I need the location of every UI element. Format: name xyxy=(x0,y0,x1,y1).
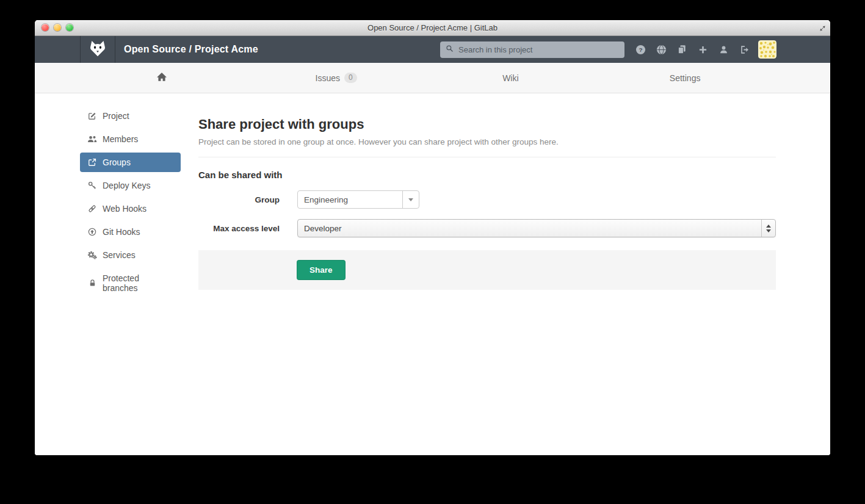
sidebar-item-protected-branches[interactable]: Protected branches xyxy=(80,268,181,298)
group-select[interactable]: Engineering xyxy=(297,190,419,209)
page-title: Share project with groups xyxy=(198,117,776,132)
sign-out-icon[interactable] xyxy=(739,44,750,55)
issues-count-badge: 0 xyxy=(344,73,357,83)
plus-icon[interactable] xyxy=(697,44,708,55)
sidebar-item-groups[interactable]: Groups xyxy=(80,153,181,172)
nav-item-home[interactable] xyxy=(74,63,249,93)
nav-wiki-label: Wiki xyxy=(502,73,518,83)
access-level-form-row: Max access level Developer xyxy=(198,219,776,237)
svg-text:?: ? xyxy=(639,46,642,53)
search-input[interactable] xyxy=(457,45,619,55)
group-form-row: Group Engineering xyxy=(198,190,776,209)
members-icon xyxy=(87,135,97,143)
app-header: Open Source / Project Acme ? xyxy=(35,36,830,63)
sidebar-item-label: Protected branches xyxy=(103,273,173,293)
header-project-title: Open Source / Project Acme xyxy=(124,44,258,55)
sidebar-item-project[interactable]: Project xyxy=(80,106,181,126)
fullscreen-icon[interactable] xyxy=(819,24,827,32)
main-panel: Share project with groups Project can be… xyxy=(198,93,776,455)
sidebar-item-label: Git Hooks xyxy=(103,227,140,237)
settings-sidebar: Project Members Groups Deploy Keys xyxy=(80,106,181,455)
share-button[interactable]: Share xyxy=(297,260,346,280)
share-square-icon xyxy=(87,158,97,167)
nav-item-settings[interactable]: Settings xyxy=(598,63,772,93)
chevron-down-icon xyxy=(408,198,413,201)
sidebar-item-label: Groups xyxy=(103,157,131,167)
arrow-circle-up-icon xyxy=(87,228,97,236)
sidebar-item-label: Project xyxy=(103,111,129,121)
nav-settings-label: Settings xyxy=(670,73,701,83)
sidebar-item-members[interactable]: Members xyxy=(80,129,181,149)
lock-icon xyxy=(87,279,97,287)
content-area: Project Members Groups Deploy Keys xyxy=(35,93,830,455)
search-icon xyxy=(446,44,454,55)
project-navbar: Issues 0 Wiki Settings xyxy=(35,63,830,93)
copy-icon[interactable] xyxy=(676,44,687,55)
link-icon xyxy=(87,204,97,213)
key-icon xyxy=(87,181,97,190)
max-access-level-select[interactable]: Developer xyxy=(297,219,776,237)
page-description: Project can be stored in one group at on… xyxy=(198,137,776,146)
sidebar-item-label: Web Hooks xyxy=(103,204,147,214)
home-icon xyxy=(156,72,167,84)
dropdown-arrow xyxy=(402,191,419,208)
help-icon[interactable]: ? xyxy=(635,44,646,55)
max-access-level-value: Developer xyxy=(298,224,761,233)
divider xyxy=(198,157,776,157)
zoom-window-button[interactable] xyxy=(66,24,73,31)
search-box xyxy=(440,41,624,58)
sidebar-item-services[interactable]: Services xyxy=(80,245,181,265)
sidebar-item-web-hooks[interactable]: Web Hooks xyxy=(80,199,181,218)
cogs-icon xyxy=(87,251,97,259)
max-access-level-label: Max access level xyxy=(198,224,297,233)
stepper-down-icon xyxy=(766,229,771,232)
header-icon-row: ? xyxy=(635,44,750,55)
sidebar-item-label: Deploy Keys xyxy=(103,181,151,190)
nav-issues-label: Issues xyxy=(316,73,340,83)
mac-window: Open Source / Project Acme | GitLab Open… xyxy=(35,20,830,455)
user-icon[interactable] xyxy=(718,44,729,55)
header-left-pad xyxy=(35,36,81,63)
group-label: Group xyxy=(198,195,297,204)
gitlab-logo[interactable] xyxy=(81,36,115,63)
nav-item-wiki[interactable]: Wiki xyxy=(424,63,598,93)
sidebar-item-git-hooks[interactable]: Git Hooks xyxy=(80,222,181,242)
stepper-up-icon xyxy=(766,225,771,228)
sidebar-item-deploy-keys[interactable]: Deploy Keys xyxy=(80,176,181,195)
pencil-square-icon xyxy=(87,112,97,120)
minimize-window-button[interactable] xyxy=(54,24,61,31)
close-window-button[interactable] xyxy=(42,24,49,31)
nav-item-issues[interactable]: Issues 0 xyxy=(249,63,424,93)
group-select-value: Engineering xyxy=(298,195,402,204)
window-titlebar[interactable]: Open Source / Project Acme | GitLab xyxy=(35,20,830,36)
avatar[interactable] xyxy=(758,40,776,59)
window-title: Open Source / Project Acme | GitLab xyxy=(367,23,498,32)
sidebar-item-label: Members xyxy=(103,134,138,144)
sidebar-item-label: Services xyxy=(103,250,136,260)
gitlab-fox-icon xyxy=(89,40,107,59)
section-title: Can be shared with xyxy=(198,170,776,180)
form-actions: Share xyxy=(198,250,776,290)
globe-icon[interactable] xyxy=(656,44,667,55)
select-stepper-icon xyxy=(761,220,775,237)
window-controls xyxy=(42,24,73,31)
